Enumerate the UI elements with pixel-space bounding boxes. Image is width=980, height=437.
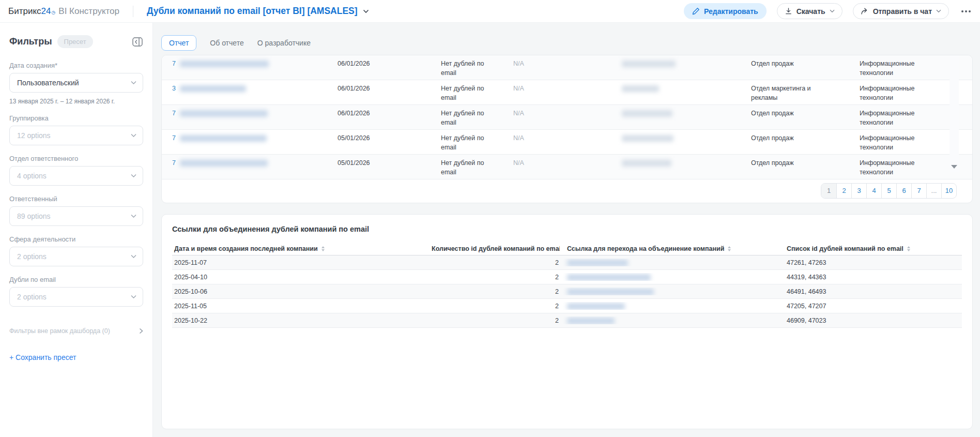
table-row: 3 06/01/2026 Нет дублей по email N/A Отд…: [162, 80, 972, 105]
sort-icon: [321, 246, 325, 251]
logo-clock-mark: ◷: [51, 10, 55, 15]
report-table-card: 7 06/01/2026 Нет дублей по email N/A Отд…: [161, 55, 973, 203]
page-button-2[interactable]: 2: [836, 184, 851, 198]
created-date-cell: 06/01/2026: [327, 80, 431, 96]
download-button[interactable]: Скачать: [777, 3, 843, 19]
tab-about-developer[interactable]: О разработчике: [257, 39, 311, 47]
preset-badge: Пресет: [57, 35, 93, 48]
responsible-select[interactable]: 89 options: [9, 206, 143, 226]
chevron-down-icon: [363, 9, 369, 13]
responsible-department-value: 4 options: [17, 172, 47, 180]
page-button-6[interactable]: 6: [896, 184, 911, 198]
table-row: 7 06/01/2026 Нет дублей по email N/A Отд…: [162, 55, 972, 80]
table-row: 7 06/01/2026 Нет дублей по email N/A Отд…: [162, 105, 972, 130]
redacted-merge-link[interactable]: [567, 260, 628, 266]
chevron-down-icon: [131, 295, 136, 299]
created-date-cell: 06/01/2026: [327, 55, 431, 71]
redacted-company-link[interactable]: [180, 85, 246, 92]
filter-label-creation-date: Дата создания*: [9, 62, 143, 69]
grouping-select[interactable]: 12 options: [9, 126, 143, 145]
tab-report[interactable]: Отчет: [161, 35, 196, 51]
column-header-link[interactable]: Ссылка для перехода на объединение компа…: [560, 245, 779, 252]
email-duplicates-select[interactable]: 2 options: [9, 287, 143, 307]
redacted-merge-link[interactable]: [567, 303, 625, 310]
duplicates-status-cell: Нет дублей по email: [441, 109, 493, 127]
date-cell: 2025-04-10: [172, 274, 431, 281]
na-cell: N/A: [503, 80, 611, 96]
grouping-value: 12 options: [17, 131, 51, 140]
page-button-5[interactable]: 5: [881, 184, 896, 198]
table-row: 2025-11-07 2 47261, 47263: [172, 255, 962, 270]
page-button-7[interactable]: 7: [911, 184, 926, 198]
redacted-company-link[interactable]: [180, 160, 268, 167]
page-button-10[interactable]: 10: [941, 184, 956, 198]
column-header-label: Список id дублей компаний по email: [787, 245, 904, 252]
merge-links-card: Ссылки для объединения дублей компаний п…: [161, 214, 973, 429]
redacted-company-link[interactable]: [180, 110, 268, 117]
download-icon: [785, 7, 792, 15]
page-button-3[interactable]: 3: [851, 184, 866, 198]
duplicates-status-cell: Нет дублей по email: [441, 59, 493, 78]
chevron-down-icon: [131, 81, 136, 85]
page-button-1[interactable]: 1: [821, 184, 836, 198]
redacted-merge-link[interactable]: [567, 274, 651, 281]
pagination: 1 2 3 4 5 6 7 ... 10: [821, 183, 957, 199]
outer-dashboard-filters[interactable]: Фильтры вне рамок дашборда (0): [9, 327, 143, 335]
department-cell: Отдел продаж: [741, 130, 849, 145]
send-icon: [861, 7, 869, 15]
company-id-link[interactable]: 7: [172, 134, 176, 143]
column-header-label: Количество id дублей компаний по email: [432, 245, 560, 252]
table-scrollbar[interactable]: [950, 55, 959, 172]
scroll-down-arrow-icon[interactable]: [951, 165, 957, 169]
column-header-date[interactable]: Дата и время создания последней компании: [172, 245, 431, 252]
date-cell: 2025-11-07: [172, 259, 431, 266]
created-date-cell: 05/01/2026: [327, 155, 431, 170]
collapse-panel-icon[interactable]: [132, 36, 143, 48]
merge-links-table: Дата и время создания последней компании…: [172, 242, 962, 328]
table-row: 7 05/01/2026 Нет дублей по email N/A Отд…: [162, 155, 972, 179]
industry-select[interactable]: 2 options: [9, 247, 143, 266]
redacted-cell: [622, 61, 676, 67]
company-id-link[interactable]: 7: [172, 109, 176, 118]
save-preset-link[interactable]: + Сохранить пресет: [9, 353, 143, 361]
redacted-company-link[interactable]: [180, 61, 269, 67]
redacted-merge-link[interactable]: [567, 289, 654, 295]
table-row: 2025-04-10 2 44319, 44363: [172, 270, 962, 284]
company-id-link[interactable]: 7: [172, 159, 176, 168]
ids-cell: 47205, 47207: [779, 303, 962, 310]
na-cell: N/A: [503, 130, 611, 145]
send-to-chat-button[interactable]: Отправить в чат: [853, 3, 949, 19]
more-menu-icon[interactable]: [960, 8, 972, 14]
report-title-dropdown[interactable]: Дубли компаний по email [отчет BI] [AMSA…: [147, 6, 369, 17]
department-cell: Отдел продаж: [741, 155, 849, 170]
created-date-cell: 06/01/2026: [327, 105, 431, 120]
company-id-link[interactable]: 7: [172, 59, 176, 69]
date-cell: 2025-11-05: [172, 303, 431, 310]
column-header-label: Дата и время создания последней компании: [174, 245, 318, 252]
table-row: 2025-11-05 2 47205, 47207: [172, 299, 962, 313]
industry-value: 2 options: [17, 252, 47, 261]
column-header-ids[interactable]: Список id дублей компаний по email: [779, 245, 962, 252]
pencil-icon: [692, 7, 700, 15]
creation-date-select[interactable]: Пользовательский: [9, 73, 143, 93]
redacted-cell: [622, 110, 672, 117]
department-cell: Отдел продаж: [741, 105, 849, 120]
company-id-link[interactable]: 3: [172, 84, 176, 94]
table-header-row: Дата и время создания последней компании…: [172, 242, 962, 255]
tab-about-report[interactable]: Об отчете: [210, 39, 243, 47]
logo-text: Битрикс: [8, 6, 41, 17]
responsible-department-select[interactable]: 4 options: [9, 166, 143, 186]
date-cell: 2025-10-22: [172, 317, 431, 324]
chevron-down-icon: [131, 254, 136, 259]
column-header-count[interactable]: Количество id дублей компаний по email: [431, 245, 560, 252]
chevron-down-icon: [131, 174, 136, 178]
edit-button[interactable]: Редактировать: [684, 3, 767, 19]
industry-cell: Информационные технологии: [860, 109, 924, 127]
created-date-cell: 05/01/2026: [327, 130, 431, 145]
page-button-4[interactable]: 4: [866, 184, 881, 198]
redacted-merge-link[interactable]: [567, 318, 615, 324]
date-range-note: 13 января 2025 г. – 12 января 2026 г.: [9, 98, 143, 105]
main-content: Отчет Об отчете О разработчике 7 06/01/2…: [153, 23, 980, 437]
redacted-company-link[interactable]: [180, 135, 267, 142]
filters-title: Фильтры: [9, 36, 52, 47]
